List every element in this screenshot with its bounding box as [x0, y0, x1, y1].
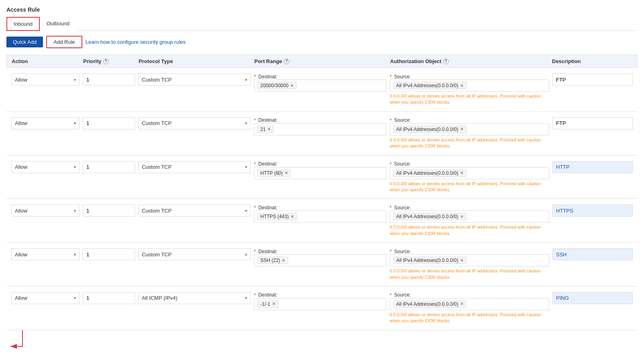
protocol-select[interactable]: Custom TCP ▾	[138, 161, 251, 173]
source-tag-input[interactable]: All IPv4 Addresses(0.0.0.0/0) ✕	[390, 123, 549, 135]
priority-info-icon[interactable]: ?	[103, 59, 109, 64]
rows-container: Allow ▾ Custom TCP ▾ * Destinat: 20000/3…	[6, 68, 638, 330]
warning-text: 0.0.0.0/0 allows or denies access from a…	[390, 137, 549, 149]
port-tag: 21 ✕	[258, 126, 274, 133]
action-cell: Allow ▾	[11, 161, 80, 173]
port-label: Destinat:	[258, 205, 277, 211]
table-row: Allow ▾ Custom TCP ▾ * Destinat: SSH (22…	[6, 243, 638, 286]
page-container: Access Rule Inbound Outbound Quick Add A…	[0, 0, 644, 358]
source-tag-input[interactable]: All IPv4 Addresses(0.0.0.0/0) ✕	[390, 254, 549, 266]
priority-input[interactable]	[83, 161, 135, 173]
protocol-cell: Custom TCP ▾	[138, 248, 251, 260]
header-port-range: Port Range ?	[254, 58, 387, 64]
source-tag-close[interactable]: ✕	[460, 83, 464, 88]
protocol-cell: All ICMP (IPv4) ▾	[138, 292, 251, 304]
port-cell: * Destinat: 20000/30000 ✕	[254, 74, 386, 92]
action-select[interactable]: Allow ▾	[11, 292, 80, 304]
auth-object-info-icon[interactable]: ?	[443, 59, 449, 64]
action-cell: Allow ▾	[11, 205, 80, 217]
auth-cell: * Source: All IPv4 Addresses(0.0.0.0/0) …	[390, 117, 549, 149]
source-tag-close[interactable]: ✕	[460, 258, 464, 263]
priority-cell	[83, 117, 135, 129]
action-select[interactable]: Allow ▾	[11, 161, 80, 173]
port-cell: * Destinat: -1/-1 ✕	[254, 292, 386, 310]
table-row: Allow ▾ All ICMP (IPv4) ▾ * Destinat: -1…	[6, 286, 638, 330]
port-cell: * Destinat: SSH (22) ✕	[254, 248, 386, 266]
description-cell	[552, 292, 633, 304]
port-tag-input[interactable]: 20000/30000 ✕	[254, 80, 386, 92]
priority-input[interactable]	[83, 292, 135, 304]
port-tag-input[interactable]: HTTPS (443) ✕	[254, 211, 386, 223]
tab-outbound[interactable]: Outbound	[40, 17, 76, 31]
auth-cell: * Source: All IPv4 Addresses(0.0.0.0/0) …	[390, 74, 549, 106]
protocol-select[interactable]: Custom TCP ▾	[138, 117, 251, 129]
port-tag-close[interactable]: ✕	[290, 83, 294, 88]
source-tag-close[interactable]: ✕	[460, 170, 464, 176]
priority-input[interactable]	[83, 248, 135, 260]
port-tag-close[interactable]: ✕	[284, 170, 288, 176]
protocol-cell: Custom TCP ▾	[138, 74, 251, 86]
description-input[interactable]	[552, 292, 633, 304]
description-input[interactable]	[552, 205, 633, 217]
description-input[interactable]	[552, 74, 633, 86]
protocol-select[interactable]: All ICMP (IPv4) ▾	[138, 292, 251, 304]
source-tag-close[interactable]: ✕	[460, 301, 464, 307]
header-protocol: Protocol Type	[139, 58, 251, 64]
action-select[interactable]: Allow ▾	[11, 248, 80, 260]
priority-input[interactable]	[83, 117, 135, 129]
protocol-select[interactable]: Custom TCP ▾	[138, 205, 251, 217]
port-tag: HTTP (80) ✕	[258, 170, 291, 177]
port-tag-close[interactable]: ✕	[282, 258, 285, 263]
priority-cell	[83, 74, 135, 86]
description-cell	[552, 248, 633, 260]
source-label: Source:	[394, 205, 411, 211]
source-tag: All IPv4 Addresses(0.0.0.0/0) ✕	[393, 257, 466, 264]
description-cell	[552, 161, 633, 173]
quick-add-button[interactable]: Quick Add	[6, 37, 43, 47]
source-tag: All IPv4 Addresses(0.0.0.0/0) ✕	[393, 82, 466, 89]
add-rule-button[interactable]: Add Rule	[46, 36, 82, 48]
port-tag: -1/-1 ✕	[258, 301, 278, 308]
chevron-down-icon: ▾	[245, 252, 247, 257]
description-cell	[552, 205, 633, 217]
action-select[interactable]: Allow ▾	[11, 205, 80, 217]
description-input[interactable]	[552, 117, 633, 129]
source-label: Source:	[394, 117, 411, 123]
action-select[interactable]: Allow ▾	[11, 74, 80, 86]
priority-cell	[83, 205, 135, 217]
protocol-select[interactable]: Custom TCP ▾	[138, 74, 251, 86]
port-label: Destinat:	[258, 292, 277, 298]
source-tag-input[interactable]: All IPv4 Addresses(0.0.0.0/0) ✕	[390, 298, 549, 310]
rules-table: Action Priority ? Protocol Type Port Ran…	[6, 55, 638, 330]
port-tag-input[interactable]: SSH (22) ✕	[254, 254, 386, 266]
action-select[interactable]: Allow ▾	[11, 117, 80, 129]
tab-inbound[interactable]: Inbound	[6, 17, 40, 31]
source-tag-close[interactable]: ✕	[460, 127, 464, 132]
chevron-down-icon: ▾	[74, 209, 76, 213]
port-tag-close[interactable]: ✕	[267, 127, 271, 132]
port-tag: 20000/30000 ✕	[258, 82, 296, 89]
source-tag-close[interactable]: ✕	[460, 214, 464, 219]
warning-text: 0.0.0.0/0 allows or denies access from a…	[390, 312, 549, 324]
priority-input[interactable]	[83, 74, 135, 86]
priority-input[interactable]	[83, 205, 135, 217]
port-tag-input[interactable]: HTTP (80) ✕	[254, 167, 386, 179]
port-tag-close[interactable]: ✕	[290, 214, 294, 219]
arrow-indicator	[6, 330, 638, 354]
source-tag-input[interactable]: All IPv4 Addresses(0.0.0.0/0) ✕	[390, 211, 549, 223]
table-row: Allow ▾ Custom TCP ▾ * Destinat: HTTPS (…	[6, 199, 638, 243]
table-row: Allow ▾ Custom TCP ▾ * Destinat: 20000/3…	[6, 68, 638, 112]
learn-link[interactable]: Learn how to configure security group ru…	[86, 39, 186, 45]
port-range-info-icon[interactable]: ?	[284, 59, 289, 64]
warning-text: 0.0.0.0/0 allows or denies access from a…	[390, 181, 549, 193]
port-tag-input[interactable]: -1/-1 ✕	[254, 298, 386, 310]
source-tag-input[interactable]: All IPv4 Addresses(0.0.0.0/0) ✕	[390, 167, 549, 179]
source-tag-input[interactable]: All IPv4 Addresses(0.0.0.0/0) ✕	[390, 80, 549, 92]
protocol-select[interactable]: Custom TCP ▾	[138, 248, 251, 260]
chevron-down-icon: ▾	[245, 121, 247, 125]
port-tag-input[interactable]: 21 ✕	[254, 123, 386, 135]
port-tag-close[interactable]: ✕	[272, 301, 276, 307]
description-input[interactable]	[552, 161, 633, 173]
description-input[interactable]	[552, 248, 633, 260]
auth-cell: * Source: All IPv4 Addresses(0.0.0.0/0) …	[390, 248, 549, 280]
